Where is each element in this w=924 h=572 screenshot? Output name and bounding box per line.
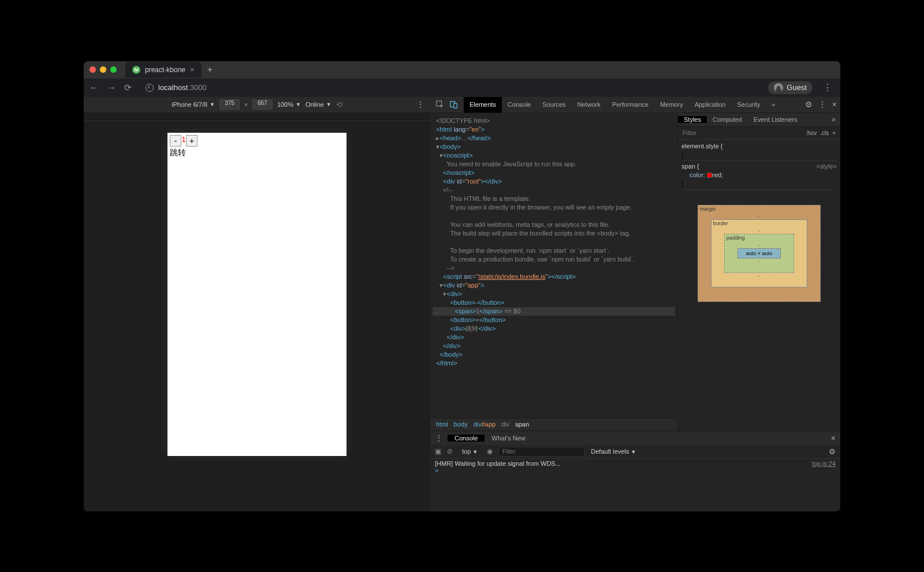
elements-panel: <!DOCTYPE html> <html lang="en"> ▸<head>… <box>430 113 677 431</box>
height-input[interactable]: 667 <box>252 99 273 110</box>
counter-controls: - 1 + <box>170 135 344 147</box>
jump-link[interactable]: 跳转 <box>170 148 344 158</box>
zoom-selector[interactable]: 100%▼ <box>277 101 301 108</box>
settings-icon[interactable]: ⚙ <box>805 100 813 109</box>
favicon-icon: M <box>132 66 140 74</box>
hov-button[interactable]: :hov <box>806 130 817 136</box>
styles-filter-input[interactable] <box>683 129 806 136</box>
increment-button[interactable]: + <box>186 135 198 147</box>
style-rules[interactable]: element.style {} <style> span { color: r… <box>678 140 840 193</box>
site-info-icon[interactable] <box>146 84 154 92</box>
tab-elements[interactable]: Elements <box>464 97 502 113</box>
console-message: [HMR] Waiting for update signal from WDS… <box>435 460 836 467</box>
console-filter-input[interactable] <box>498 447 585 457</box>
browser-window: M preact-kbone × + ← → ⟳ localhost:3000 … <box>84 61 840 511</box>
devtools-panel: Elements Console Sources Network Perform… <box>430 97 840 511</box>
tab-sources[interactable]: Sources <box>536 97 571 113</box>
maximize-window-button[interactable] <box>110 66 117 73</box>
titlebar: M preact-kbone × + <box>84 61 840 78</box>
tab-network[interactable]: Network <box>572 97 606 113</box>
address-bar: ← → ⟳ localhost:3000 Guest ⋮ <box>84 78 840 97</box>
width-input[interactable]: 375 <box>219 99 240 110</box>
tab-application[interactable]: Application <box>689 97 732 113</box>
close-window-button[interactable] <box>90 66 96 73</box>
console-toolbar: ▣ ⊘ top ▼ ◉ Default levels ▼ ⚙ <box>430 445 840 459</box>
tab-event-listeners[interactable]: Event Listeners <box>748 116 803 123</box>
breadcrumb-item[interactable]: div#app <box>474 421 496 428</box>
breadcrumb-item[interactable]: html <box>436 421 448 428</box>
page-body: - 1 + 跳转 <box>167 133 346 160</box>
console-source-link[interactable]: log.js:24 <box>812 460 836 467</box>
dom-tree[interactable]: <!DOCTYPE html> <html lang="en"> ▸<head>… <box>430 113 677 418</box>
breadcrumb-item[interactable]: span <box>515 421 529 428</box>
close-tab-icon[interactable]: × <box>190 65 195 74</box>
log-levels-selector[interactable]: Default levels ▼ <box>591 448 636 455</box>
content-area: iPhone 6/7/8▼ 375 × 667 100%▼ Online▼ ⟲ … <box>84 97 840 511</box>
network-selector[interactable]: Online▼ <box>305 101 331 108</box>
page-preview-panel: iPhone 6/7/8▼ 375 × 667 100%▼ Online▼ ⟲ … <box>84 97 430 511</box>
url-text: localhost:3000 <box>158 83 207 92</box>
drawer-menu-icon[interactable]: ⋮ <box>430 433 448 443</box>
console-output[interactable]: [HMR] Waiting for update signal from WDS… <box>430 459 840 511</box>
traffic-lights <box>90 66 117 73</box>
device-options-button[interactable]: ⋮ <box>416 100 424 109</box>
clear-console-icon[interactable]: ⊘ <box>447 447 453 455</box>
console-prompt[interactable]: > <box>435 467 438 474</box>
decrement-button[interactable]: - <box>170 135 181 147</box>
close-devtools-icon[interactable]: × <box>832 100 837 109</box>
ruler <box>84 113 430 121</box>
style-rule: <style> span { color: red; } <box>681 162 837 190</box>
styles-panel: Styles Computed Event Listeners » :hov .… <box>677 113 840 431</box>
device-toggle-icon[interactable] <box>450 100 458 109</box>
box-model-diagram: margin- border- padding- auto × auto - -… <box>678 193 840 313</box>
tab-title: preact-kbone <box>145 66 185 74</box>
tab-memory[interactable]: Memory <box>654 97 689 113</box>
tab-computed[interactable]: Computed <box>707 116 748 123</box>
device-toolbar: iPhone 6/7/8▼ 375 × 667 100%▼ Online▼ ⟲ … <box>84 97 430 113</box>
sidebar-toggle-icon[interactable]: ▣ <box>435 447 441 455</box>
cls-button[interactable]: .cls <box>820 130 829 136</box>
forward-button[interactable]: → <box>107 83 116 93</box>
tab-performance[interactable]: Performance <box>606 97 654 113</box>
browser-menu-button[interactable]: ⋮ <box>821 82 834 93</box>
tab-security[interactable]: Security <box>731 97 766 113</box>
context-selector[interactable]: top ▼ <box>459 448 481 455</box>
styles-more-icon[interactable]: » <box>832 115 840 124</box>
close-drawer-icon[interactable]: × <box>831 433 836 443</box>
styles-filter-row: :hov .cls + <box>678 127 840 140</box>
styles-tabs: Styles Computed Event Listeners » <box>678 113 840 127</box>
drawer-tab-console[interactable]: Console <box>448 435 485 442</box>
console-drawer: ⋮ Console What's New × ▣ ⊘ top ▼ ◉ Defau… <box>430 431 840 511</box>
devtools-tab-bar: Elements Console Sources Network Perform… <box>430 97 840 113</box>
person-icon <box>774 83 783 92</box>
tab-styles[interactable]: Styles <box>678 116 707 123</box>
url-field[interactable]: localhost:3000 <box>140 83 760 92</box>
device-selector[interactable]: iPhone 6/7/8▼ <box>172 101 215 108</box>
svg-rect-2 <box>454 103 457 108</box>
devtools-body: <!DOCTYPE html> <html lang="en"> ▸<head>… <box>430 113 840 431</box>
drawer-tab-whatsnew[interactable]: What's New <box>485 435 532 442</box>
profile-button[interactable]: Guest <box>768 81 813 94</box>
drawer-tabs: ⋮ Console What's New × <box>430 431 840 445</box>
browser-tab[interactable]: M preact-kbone × <box>125 62 202 78</box>
breadcrumb: html body div#app div span <box>430 418 677 431</box>
breadcrumb-item[interactable]: body <box>454 421 468 428</box>
console-settings-icon[interactable]: ⚙ <box>829 447 836 456</box>
color-swatch-icon[interactable] <box>707 173 712 178</box>
breadcrumb-item[interactable]: div <box>501 421 509 428</box>
preview-area: - 1 + 跳转 <box>84 121 430 511</box>
add-rule-button[interactable]: + <box>832 130 836 136</box>
counter-value: 1 <box>181 135 186 147</box>
tab-console[interactable]: Console <box>502 97 536 113</box>
devtools-menu-icon[interactable]: ⋮ <box>818 100 826 109</box>
reload-button[interactable]: ⟳ <box>124 83 132 93</box>
dimension-separator: × <box>244 102 248 108</box>
style-rule: element.style {} <box>681 142 837 161</box>
rotate-icon[interactable]: ⟲ <box>336 100 342 109</box>
eye-icon[interactable]: ◉ <box>487 447 493 455</box>
tab-more[interactable]: » <box>766 97 781 113</box>
new-tab-button[interactable]: + <box>207 65 213 75</box>
minimize-window-button[interactable] <box>100 66 106 73</box>
inspect-element-icon[interactable] <box>436 100 444 109</box>
back-button[interactable]: ← <box>90 83 99 93</box>
